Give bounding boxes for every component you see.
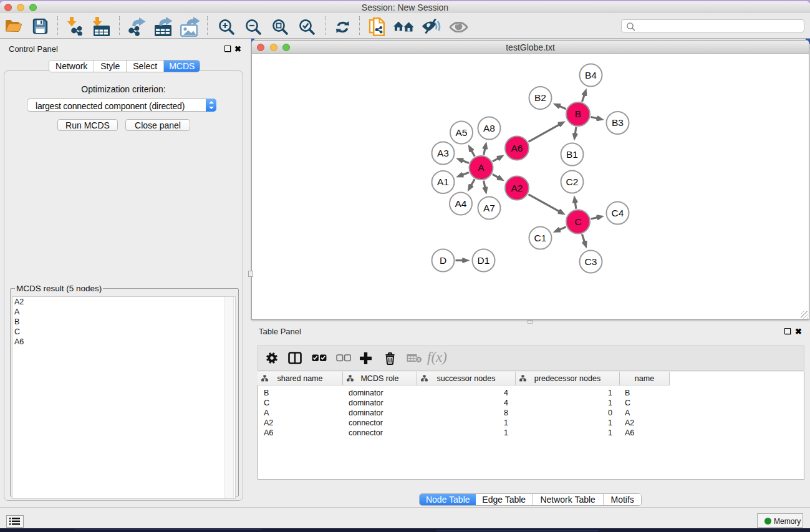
svg-text:C1: C1 xyxy=(534,233,547,243)
svg-text:D1: D1 xyxy=(478,255,490,266)
svg-text:A6: A6 xyxy=(511,143,523,153)
svg-text:B4: B4 xyxy=(585,70,597,80)
svg-text:B2: B2 xyxy=(534,92,546,103)
svg-text:A7: A7 xyxy=(483,203,495,213)
svg-text:D: D xyxy=(440,255,446,266)
svg-text:A: A xyxy=(478,162,485,173)
svg-text:C2: C2 xyxy=(566,177,579,187)
svg-text:A8: A8 xyxy=(483,123,495,133)
svg-text:A1: A1 xyxy=(437,177,449,187)
svg-text:A3: A3 xyxy=(437,148,449,158)
svg-text:C4: C4 xyxy=(612,208,624,218)
svg-text:B3: B3 xyxy=(612,117,624,128)
svg-text:A4: A4 xyxy=(455,198,467,209)
svg-text:B: B xyxy=(575,109,581,119)
svg-text:C3: C3 xyxy=(585,256,597,267)
svg-text:A5: A5 xyxy=(456,127,468,138)
svg-text:C: C xyxy=(574,216,581,227)
svg-text:A2: A2 xyxy=(511,183,523,193)
svg-text:B1: B1 xyxy=(566,149,578,160)
